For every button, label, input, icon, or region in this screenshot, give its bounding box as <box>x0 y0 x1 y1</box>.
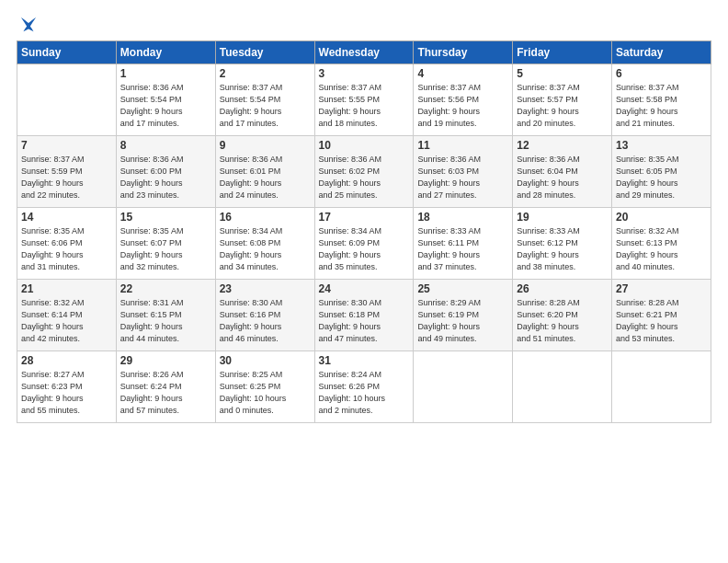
calendar-cell: 10Sunrise: 8:36 AM Sunset: 6:02 PM Dayli… <box>314 136 414 208</box>
calendar-cell: 17Sunrise: 8:34 AM Sunset: 6:09 PM Dayli… <box>314 208 414 280</box>
day-number: 16 <box>220 211 311 224</box>
calendar-cell: 21Sunrise: 8:32 AM Sunset: 6:14 PM Dayli… <box>17 280 117 351</box>
cell-content: Sunrise: 8:28 AM Sunset: 6:20 PM Dayligh… <box>517 297 608 345</box>
calendar-cell: 2Sunrise: 8:37 AM Sunset: 5:54 PM Daylig… <box>215 64 314 136</box>
week-row-4: 21Sunrise: 8:32 AM Sunset: 6:14 PM Dayli… <box>17 280 711 351</box>
calendar-cell <box>513 351 612 423</box>
cell-content: Sunrise: 8:33 AM Sunset: 6:12 PM Dayligh… <box>517 225 608 273</box>
cell-content: Sunrise: 8:36 AM Sunset: 6:03 PM Dayligh… <box>417 154 508 201</box>
logo-bird-icon <box>18 15 39 35</box>
week-row-2: 7Sunrise: 8:37 AM Sunset: 5:59 PM Daylig… <box>17 136 711 208</box>
day-number: 6 <box>616 67 707 80</box>
header <box>17 15 711 31</box>
weekday-header-monday: Monday <box>116 41 215 64</box>
day-number: 7 <box>21 139 112 152</box>
cell-content: Sunrise: 8:24 AM Sunset: 6:26 PM Dayligh… <box>319 369 410 417</box>
day-number: 18 <box>417 211 508 224</box>
calendar-cell: 7Sunrise: 8:37 AM Sunset: 5:59 PM Daylig… <box>17 136 117 208</box>
calendar-cell: 8Sunrise: 8:36 AM Sunset: 6:00 PM Daylig… <box>116 136 215 208</box>
calendar-cell: 15Sunrise: 8:35 AM Sunset: 6:07 PM Dayli… <box>116 208 215 280</box>
calendar-cell: 11Sunrise: 8:36 AM Sunset: 6:03 PM Dayli… <box>414 136 513 208</box>
day-number: 19 <box>517 211 608 224</box>
weekday-header-saturday: Saturday <box>612 41 711 64</box>
day-number: 27 <box>616 282 707 295</box>
calendar-cell: 12Sunrise: 8:36 AM Sunset: 6:04 PM Dayli… <box>513 136 612 208</box>
weekday-header-row: SundayMondayTuesdayWednesdayThursdayFrid… <box>17 41 711 64</box>
day-number: 1 <box>120 67 211 80</box>
day-number: 8 <box>120 139 211 152</box>
calendar-cell: 26Sunrise: 8:28 AM Sunset: 6:20 PM Dayli… <box>513 280 612 351</box>
cell-content: Sunrise: 8:26 AM Sunset: 6:24 PM Dayligh… <box>120 369 211 417</box>
day-number: 11 <box>417 139 508 152</box>
cell-content: Sunrise: 8:36 AM Sunset: 5:54 PM Dayligh… <box>120 82 211 130</box>
day-number: 15 <box>120 211 211 224</box>
cell-content: Sunrise: 8:37 AM Sunset: 5:56 PM Dayligh… <box>417 82 508 130</box>
cell-content: Sunrise: 8:28 AM Sunset: 6:21 PM Dayligh… <box>616 297 707 345</box>
page: SundayMondayTuesdayWednesdayThursdayFrid… <box>0 0 728 563</box>
cell-content: Sunrise: 8:36 AM Sunset: 6:04 PM Dayligh… <box>517 154 608 201</box>
day-number: 28 <box>21 354 112 367</box>
calendar-cell <box>17 64 117 136</box>
calendar-cell: 27Sunrise: 8:28 AM Sunset: 6:21 PM Dayli… <box>612 280 711 351</box>
cell-content: Sunrise: 8:36 AM Sunset: 6:02 PM Dayligh… <box>319 154 410 201</box>
cell-content: Sunrise: 8:34 AM Sunset: 6:09 PM Dayligh… <box>319 225 410 273</box>
day-number: 3 <box>319 67 410 80</box>
calendar-cell: 14Sunrise: 8:35 AM Sunset: 6:06 PM Dayli… <box>17 208 117 280</box>
calendar-cell: 20Sunrise: 8:32 AM Sunset: 6:13 PM Dayli… <box>612 208 711 280</box>
weekday-header-friday: Friday <box>513 41 612 64</box>
cell-content: Sunrise: 8:27 AM Sunset: 6:23 PM Dayligh… <box>21 369 112 417</box>
calendar-cell: 1Sunrise: 8:36 AM Sunset: 5:54 PM Daylig… <box>116 64 215 136</box>
calendar-cell: 28Sunrise: 8:27 AM Sunset: 6:23 PM Dayli… <box>17 351 117 423</box>
calendar-cell: 30Sunrise: 8:25 AM Sunset: 6:25 PM Dayli… <box>215 351 314 423</box>
day-number: 17 <box>319 211 410 224</box>
day-number: 10 <box>319 139 410 152</box>
cell-content: Sunrise: 8:36 AM Sunset: 6:00 PM Dayligh… <box>120 154 211 201</box>
calendar-cell: 23Sunrise: 8:30 AM Sunset: 6:16 PM Dayli… <box>215 280 314 351</box>
cell-content: Sunrise: 8:36 AM Sunset: 6:01 PM Dayligh… <box>220 154 311 201</box>
calendar-cell: 4Sunrise: 8:37 AM Sunset: 5:56 PM Daylig… <box>414 64 513 136</box>
weekday-header-sunday: Sunday <box>17 41 117 64</box>
calendar-cell: 19Sunrise: 8:33 AM Sunset: 6:12 PM Dayli… <box>513 208 612 280</box>
cell-content: Sunrise: 8:37 AM Sunset: 5:57 PM Dayligh… <box>517 82 608 130</box>
cell-content: Sunrise: 8:33 AM Sunset: 6:11 PM Dayligh… <box>417 225 508 273</box>
week-row-1: 1Sunrise: 8:36 AM Sunset: 5:54 PM Daylig… <box>17 64 711 136</box>
calendar-cell: 9Sunrise: 8:36 AM Sunset: 6:01 PM Daylig… <box>215 136 314 208</box>
day-number: 23 <box>220 282 311 295</box>
cell-content: Sunrise: 8:34 AM Sunset: 6:08 PM Dayligh… <box>220 225 311 273</box>
calendar-cell: 24Sunrise: 8:30 AM Sunset: 6:18 PM Dayli… <box>314 280 414 351</box>
cell-content: Sunrise: 8:35 AM Sunset: 6:06 PM Dayligh… <box>21 225 112 273</box>
cell-content: Sunrise: 8:29 AM Sunset: 6:19 PM Dayligh… <box>417 297 508 345</box>
day-number: 21 <box>21 282 112 295</box>
day-number: 4 <box>417 67 508 80</box>
cell-content: Sunrise: 8:37 AM Sunset: 5:59 PM Dayligh… <box>21 154 112 201</box>
day-number: 30 <box>220 354 311 367</box>
weekday-header-thursday: Thursday <box>414 41 513 64</box>
cell-content: Sunrise: 8:30 AM Sunset: 6:18 PM Dayligh… <box>319 297 410 345</box>
cell-content: Sunrise: 8:30 AM Sunset: 6:16 PM Dayligh… <box>220 297 311 345</box>
day-number: 13 <box>616 139 707 152</box>
day-number: 26 <box>517 282 608 295</box>
day-number: 29 <box>120 354 211 367</box>
calendar-table: SundayMondayTuesdayWednesdayThursdayFrid… <box>17 40 711 423</box>
calendar-cell <box>612 351 711 423</box>
day-number: 12 <box>517 139 608 152</box>
calendar-cell: 25Sunrise: 8:29 AM Sunset: 6:19 PM Dayli… <box>414 280 513 351</box>
calendar-cell <box>414 351 513 423</box>
week-row-3: 14Sunrise: 8:35 AM Sunset: 6:06 PM Dayli… <box>17 208 711 280</box>
calendar-cell: 18Sunrise: 8:33 AM Sunset: 6:11 PM Dayli… <box>414 208 513 280</box>
day-number: 31 <box>319 354 410 367</box>
day-number: 20 <box>616 211 707 224</box>
cell-content: Sunrise: 8:37 AM Sunset: 5:55 PM Dayligh… <box>319 82 410 130</box>
calendar-cell: 5Sunrise: 8:37 AM Sunset: 5:57 PM Daylig… <box>513 64 612 136</box>
calendar-cell: 16Sunrise: 8:34 AM Sunset: 6:08 PM Dayli… <box>215 208 314 280</box>
cell-content: Sunrise: 8:32 AM Sunset: 6:13 PM Dayligh… <box>616 225 707 273</box>
day-number: 25 <box>417 282 508 295</box>
cell-content: Sunrise: 8:37 AM Sunset: 5:54 PM Dayligh… <box>220 82 311 130</box>
weekday-header-tuesday: Tuesday <box>215 41 314 64</box>
calendar-cell: 22Sunrise: 8:31 AM Sunset: 6:15 PM Dayli… <box>116 280 215 351</box>
weekday-header-wednesday: Wednesday <box>314 41 414 64</box>
week-row-5: 28Sunrise: 8:27 AM Sunset: 6:23 PM Dayli… <box>17 351 711 423</box>
day-number: 5 <box>517 67 608 80</box>
day-number: 14 <box>21 211 112 224</box>
cell-content: Sunrise: 8:35 AM Sunset: 6:05 PM Dayligh… <box>616 154 707 201</box>
